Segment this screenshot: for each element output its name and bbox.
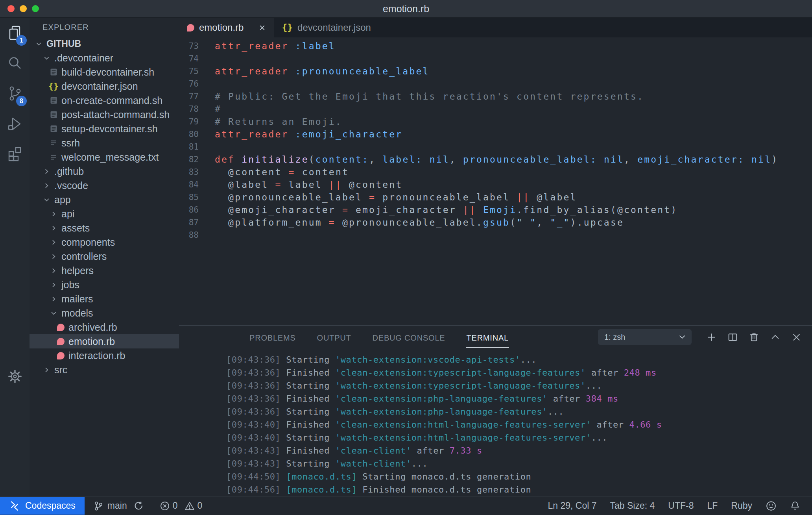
- tree-file-build-devcontainer.sh[interactable]: build-devcontainer.sh: [30, 65, 179, 79]
- tree-item-label: post-attach-command.sh: [61, 109, 170, 120]
- tree-file-archived.rb[interactable]: archived.rb: [30, 320, 179, 334]
- close-tab-icon[interactable]: [258, 24, 266, 31]
- tab-devcontainer-json[interactable]: {} devcontainer.json: [274, 18, 379, 37]
- tree-file-interaction.rb[interactable]: interaction.rb: [30, 348, 179, 363]
- editor-tab-bar: emotion.rb {} devcontainer.json: [179, 18, 812, 37]
- panel-tab-output[interactable]: OUTPUT: [317, 327, 352, 348]
- tree-item-label: helpers: [61, 265, 94, 276]
- code-line-83: 83 @content = content: [179, 166, 812, 178]
- line-number: 77: [179, 92, 199, 101]
- tree-folder-GITHUB[interactable]: GITHUB: [30, 37, 179, 51]
- notifications-bell-icon[interactable]: [790, 500, 800, 511]
- tree-item-label: assets: [61, 222, 90, 234]
- tree-folder-api[interactable]: api: [30, 207, 179, 221]
- panel-tab-terminal[interactable]: TERMINAL: [466, 327, 509, 348]
- tree-item-label: interaction.rb: [68, 350, 125, 361]
- problems-indicator[interactable]: 0 0: [160, 500, 207, 511]
- tree-folder-components[interactable]: components: [30, 235, 179, 249]
- tree-item-label: controllers: [61, 251, 107, 262]
- line-number: 80: [179, 130, 199, 139]
- tree-folder-.devcontainer[interactable]: .devcontainer: [30, 51, 179, 65]
- tree-file-emotion.rb[interactable]: emotion.rb: [30, 334, 179, 348]
- tree-file-on-create-command.sh[interactable]: on-create-command.sh: [30, 93, 179, 107]
- tree-folder-mailers[interactable]: mailers: [30, 292, 179, 306]
- activity-explorer[interactable]: 1: [0, 18, 30, 48]
- code-line-76: 76: [179, 78, 812, 90]
- remote-indicator-codespaces[interactable]: Codespaces: [0, 497, 85, 515]
- code-line-87: 87 @platform_enum = @pronounceable_label…: [179, 216, 812, 229]
- chevron-down-icon: [41, 196, 52, 203]
- tree-folder-models[interactable]: models: [30, 306, 179, 320]
- minimize-window-button[interactable]: [20, 5, 27, 12]
- file-tree[interactable]: GITHUB.devcontainerbuild-devcontainer.sh…: [30, 37, 179, 377]
- tree-folder-helpers[interactable]: helpers: [30, 263, 179, 278]
- language-mode[interactable]: Ruby: [731, 500, 752, 511]
- sidebar-explorer: EXPLORER GITHUB.devcontainerbuild-devcon…: [30, 18, 179, 496]
- ruby-file-icon: [55, 338, 66, 345]
- activity-run-debug[interactable]: [0, 109, 30, 139]
- tree-item-label: on-create-command.sh: [61, 95, 162, 106]
- extensions-icon: [6, 146, 24, 163]
- tree-folder-app[interactable]: app: [30, 193, 179, 207]
- error-icon: [160, 501, 170, 511]
- codespaces-label: Codespaces: [25, 500, 76, 511]
- tree-file-post-attach-command.sh[interactable]: post-attach-command.sh: [30, 107, 179, 122]
- code-line-79: 79# Returns an Emoji.: [179, 115, 812, 128]
- tree-file-welcome_message.txt[interactable]: welcome_message.txt: [30, 150, 179, 164]
- source-control-badge: 8: [16, 96, 27, 106]
- tree-file-devcontainer.json[interactable]: {}devcontainer.json: [30, 79, 179, 93]
- line-number: 86: [179, 205, 199, 215]
- list-file-icon: [48, 153, 59, 161]
- terminal-line: [09:43:36] Starting 'watch-extension:typ…: [226, 379, 812, 392]
- tree-folder-.github[interactable]: .github: [30, 164, 179, 178]
- tree-file-setup-devcontainer.sh[interactable]: setup-devcontainer.sh: [30, 122, 179, 136]
- tree-item-label: GITHUB: [46, 39, 81, 49]
- terminal-shell-dropdown[interactable]: 1: zsh: [598, 329, 692, 345]
- panel-tab-debug-console[interactable]: DEBUG CONSOLE: [372, 327, 446, 348]
- status-bar: Codespaces main 0 0 Ln 29: [0, 496, 812, 515]
- line-number: 82: [179, 155, 199, 164]
- activity-settings[interactable]: [0, 361, 30, 391]
- zoom-window-button[interactable]: [32, 5, 39, 12]
- activity-search[interactable]: [0, 48, 30, 78]
- maximize-panel-icon[interactable]: [770, 332, 781, 343]
- feedback-smiley-icon[interactable]: [766, 500, 777, 511]
- panel-header: PROBLEMSOUTPUTDEBUG CONSOLETERMINAL 1: z…: [179, 326, 812, 348]
- branch-indicator[interactable]: main: [93, 500, 144, 511]
- tab-size[interactable]: Tab Size: 4: [610, 500, 655, 511]
- line-number: 73: [179, 41, 199, 51]
- tree-folder-assets[interactable]: assets: [30, 221, 179, 235]
- split-terminal-icon[interactable]: [727, 332, 738, 343]
- error-count: 0: [173, 500, 178, 511]
- activity-extensions[interactable]: [0, 139, 30, 169]
- titlebar: emotion.rb: [0, 0, 812, 18]
- encoding[interactable]: UTF-8: [668, 500, 694, 511]
- new-terminal-icon[interactable]: [706, 332, 717, 343]
- tab-label: emotion.rb: [199, 22, 244, 33]
- list-file-icon: [48, 139, 59, 147]
- json-file-icon: {}: [48, 82, 59, 91]
- tree-folder-src[interactable]: src: [30, 363, 179, 377]
- workbench: 1 8: [0, 18, 812, 496]
- close-window-button[interactable]: [7, 5, 15, 12]
- tree-file-ssrh[interactable]: ssrh: [30, 136, 179, 150]
- tree-folder-controllers[interactable]: controllers: [30, 249, 179, 263]
- activity-source-control[interactable]: 8: [0, 78, 30, 109]
- terminal-output[interactable]: [09:43:36] Starting 'watch-extension:vsc…: [179, 348, 812, 496]
- eol-indicator[interactable]: LF: [707, 500, 718, 511]
- tree-folder-.vscode[interactable]: .vscode: [30, 178, 179, 193]
- close-panel-icon[interactable]: [791, 332, 802, 343]
- tree-folder-jobs[interactable]: jobs: [30, 278, 179, 292]
- code-line-85: 85 @pronounceable_label = pronounceable_…: [179, 191, 812, 204]
- tree-item-label: build-devcontainer.sh: [61, 67, 154, 78]
- line-number: 75: [179, 67, 199, 76]
- chevron-right-icon: [41, 168, 52, 175]
- code-editor[interactable]: 73attr_reader :label7475attr_reader :pro…: [179, 37, 812, 325]
- json-file-icon: {}: [282, 22, 293, 33]
- panel-tab-problems[interactable]: PROBLEMS: [249, 327, 296, 348]
- tab-emotion-rb[interactable]: emotion.rb: [179, 18, 274, 37]
- tree-item-label: api: [61, 208, 74, 220]
- kill-terminal-trash-icon[interactable]: [749, 332, 759, 343]
- cursor-position[interactable]: Ln 29, Col 7: [548, 500, 596, 511]
- gear-icon: [7, 368, 23, 385]
